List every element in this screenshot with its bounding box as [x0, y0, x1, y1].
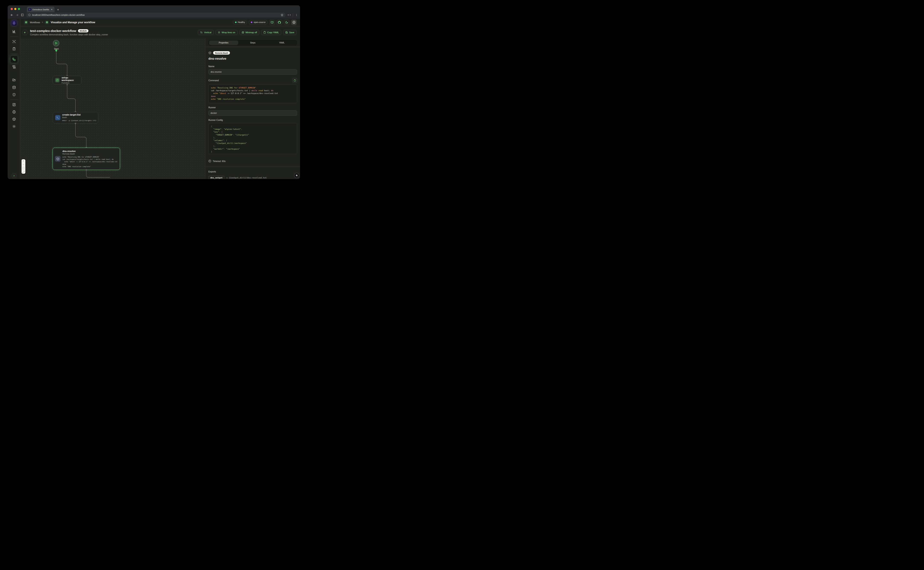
- open-source-dot: [251, 21, 252, 23]
- command-label: Command: [208, 79, 219, 82]
- sidebar-item-packages[interactable]: [11, 116, 17, 123]
- moon-icon: [285, 21, 288, 24]
- fit-view-button[interactable]: [21, 167, 25, 170]
- runner-label: Runner: [208, 106, 297, 109]
- sidebar-item-settings[interactable]: [11, 123, 17, 130]
- notifications-button[interactable]: N: [294, 173, 299, 178]
- side-panel-icon[interactable]: [21, 14, 24, 17]
- sidebar-item-vulnerabilities[interactable]: [11, 92, 17, 98]
- sidebar-item-dashboard[interactable]: [11, 28, 17, 35]
- sidebar-item-tasks[interactable]: [11, 46, 17, 52]
- sidebar-item-files[interactable]: [11, 77, 17, 83]
- osmedeus-logo[interactable]: [11, 20, 17, 26]
- tab-yaml[interactable]: YAML: [267, 40, 297, 45]
- gear-icon: [12, 125, 16, 128]
- node-code: echo "Resolving DNS for $TARGET_DOMAIN"c…: [63, 156, 118, 168]
- runner-config-block[interactable]: { "image": "alpine:latest", "env": { "TA…: [208, 123, 297, 154]
- copy-yaml-button[interactable]: Copy YAML: [261, 30, 281, 35]
- clipboard-icon: [263, 31, 266, 34]
- extension-code-icon[interactable]: [288, 14, 291, 17]
- node-type: Bash: [62, 116, 96, 118]
- node-create-target-list[interactable]: create-target-list Bash mkdir -p {{outpu…: [53, 112, 98, 123]
- user-circle-icon: [292, 21, 295, 24]
- node-dns-resolve[interactable]: dns-resolve Remote-Bash echo "Resolving …: [53, 148, 120, 170]
- tab-title: Osmedeus Dashboard: [32, 8, 49, 11]
- tab-steps[interactable]: Steps: [238, 40, 268, 45]
- map-icon: [242, 31, 244, 34]
- window-controls: [8, 8, 22, 12]
- open-source-badge: open-source: [249, 20, 268, 25]
- node-type: Function: [61, 82, 79, 84]
- save-icon: [285, 31, 288, 34]
- url-text: localhost:3000/workflows/test-complex-do…: [32, 14, 279, 16]
- bar-chart-icon: [12, 30, 16, 33]
- open-source-label: open-source: [254, 21, 266, 23]
- node-title: dns-resolve: [63, 150, 118, 152]
- breadcrumb-workflows[interactable]: Workflows: [30, 21, 40, 24]
- clipboard-check-icon: [12, 47, 16, 51]
- zoom-in-button[interactable]: [21, 159, 25, 163]
- connector-dot[interactable]: [75, 123, 76, 124]
- runner-input[interactable]: [208, 110, 297, 116]
- save-button[interactable]: Save: [283, 30, 297, 35]
- sidebar-item-database[interactable]: [11, 84, 17, 90]
- name-input[interactable]: [208, 69, 297, 75]
- sidebar-expand-button[interactable]: [12, 173, 16, 178]
- timeout-text: Timeout: 60s: [213, 160, 225, 162]
- minimap-toggle-button[interactable]: Minimap off: [239, 30, 259, 35]
- layout-direction-button[interactable]: Vertical: [198, 30, 214, 35]
- workflow-title: test-complex-docker-workflow: [30, 29, 76, 33]
- minimize-window-button[interactable]: [14, 8, 17, 10]
- node-setup-workspace[interactable]: setup-workspace Function: [53, 76, 81, 84]
- health-status-badge: Healthy: [233, 20, 247, 25]
- menu-lines-icon: [218, 31, 220, 34]
- tab-properties[interactable]: Properties: [209, 40, 238, 45]
- site-info-icon[interactable]: [28, 14, 31, 16]
- command-code-block[interactable]: echo "Resolving DNS for $TARGET_DOMAIN"c…: [208, 84, 297, 103]
- play-icon: [55, 41, 58, 45]
- sidebar-divider: [10, 100, 18, 100]
- user-menu-button[interactable]: [291, 20, 297, 25]
- wrap-lines-button[interactable]: Wrap lines on: [216, 30, 238, 35]
- section-divider: [205, 167, 300, 167]
- properties-panel: Properties Steps YAML Remote-Bash dns-re…: [205, 38, 300, 179]
- start-node[interactable]: [53, 40, 60, 46]
- fullscreen-button[interactable]: [21, 170, 25, 174]
- bookmark-star-icon[interactable]: [281, 14, 283, 17]
- back-button[interactable]: [22, 30, 28, 35]
- github-icon: [278, 21, 281, 24]
- docs-button[interactable]: [269, 20, 275, 25]
- sidebar-item-ai[interactable]: [11, 109, 17, 115]
- workflow-actions: Vertical Wrap lines on Minimap off Copy …: [198, 30, 297, 35]
- close-window-button[interactable]: [11, 8, 13, 10]
- browser-tab[interactable]: Osmedeus Dashboard ✕: [27, 7, 55, 12]
- brain-icon: [12, 110, 16, 113]
- sidebar-item-workflows[interactable]: [11, 56, 18, 63]
- sidebar-item-scripts[interactable]: [11, 64, 17, 70]
- export-key-badge: dns_output: [208, 176, 224, 179]
- sidebar-item-functions[interactable]: [11, 101, 17, 108]
- app-root: Workflows > Visualize and Manage your wo…: [8, 18, 300, 179]
- new-tab-button[interactable]: +: [55, 8, 59, 12]
- tab-close-icon[interactable]: ✕: [50, 8, 53, 11]
- forward-icon[interactable]: [15, 14, 19, 17]
- back-icon[interactable]: [10, 14, 14, 17]
- workflow-canvas[interactable]: Start setup-workspace Function: [20, 38, 205, 179]
- maximize-window-button[interactable]: [18, 8, 20, 10]
- breadcrumb-separator: >: [42, 21, 43, 23]
- theme-toggle-button[interactable]: [284, 20, 289, 25]
- github-button[interactable]: [277, 20, 282, 25]
- connector-dot[interactable]: [66, 84, 68, 86]
- toolbar-divider: [293, 14, 293, 17]
- workflow-clover-icon: [45, 20, 49, 25]
- sidebar-item-scan[interactable]: [11, 38, 17, 45]
- arrow-left-icon: [24, 31, 26, 34]
- url-bar[interactable]: localhost:3000/workflows/test-complex-do…: [26, 12, 286, 17]
- connector-dot[interactable]: [86, 169, 87, 171]
- copy-command-button[interactable]: [292, 78, 297, 83]
- browser-menu-icon[interactable]: [295, 14, 298, 17]
- zoom-out-button[interactable]: [21, 163, 25, 167]
- start-connector-dot[interactable]: [55, 50, 57, 52]
- scan-search-icon: [12, 40, 16, 43]
- step-type-badge: Remote-Bash: [213, 51, 230, 55]
